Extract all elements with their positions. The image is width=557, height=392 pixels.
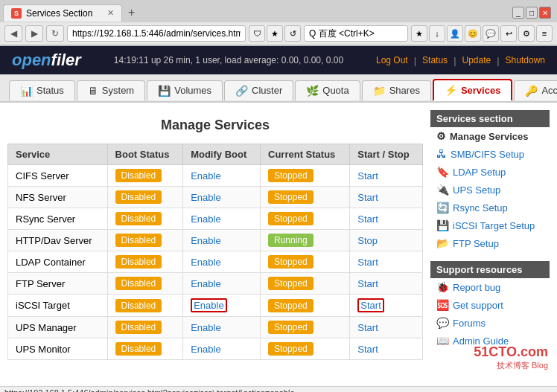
new-tab-button[interactable]: + <box>122 3 141 22</box>
refresh-button[interactable]: ↻ <box>46 25 64 42</box>
sidebar-item-rsync[interactable]: 🔄 Rsync Setup <box>430 199 550 216</box>
history-icon[interactable]: ↩ <box>500 25 517 42</box>
start-stop[interactable]: Start <box>350 187 423 208</box>
enable-link[interactable]: Enable <box>191 344 220 355</box>
start-stop[interactable]: Start <box>350 273 423 295</box>
enable-link[interactable]: Enable <box>191 278 220 289</box>
page-title: Manage Services <box>7 110 423 141</box>
tab-services[interactable]: ⚡Services <box>433 79 513 101</box>
enable-link[interactable]: Enable <box>194 300 223 311</box>
app-container: openfiler 14:19:11 up 26 min, 1 user, lo… <box>0 46 557 386</box>
download-icon[interactable]: ↓ <box>429 25 445 42</box>
start-link[interactable]: Start <box>357 344 378 355</box>
enable-link[interactable]: Enable <box>191 192 220 203</box>
sidebar-item-forums[interactable]: 💬 Forums <box>430 314 550 332</box>
sidebar-item-ftp[interactable]: 📂 FTP Setup <box>430 234 550 252</box>
bookmark-icon[interactable]: ★ <box>267 25 283 42</box>
tab-status[interactable]: 📊Status <box>9 80 75 100</box>
start-stop[interactable]: Start <box>350 295 423 317</box>
sidebar-item-get-support[interactable]: 🆘 Get support <box>430 296 550 314</box>
start-stop[interactable]: Start <box>350 251 423 273</box>
back-button[interactable]: ◀ <box>4 25 22 42</box>
logo: openfiler <box>12 51 81 70</box>
sidebar-item-ldap[interactable]: 🔖 LDAP Setup <box>430 163 550 181</box>
current-status: Stopped <box>261 317 350 338</box>
home-icon[interactable]: ★ <box>411 25 427 42</box>
table-row: RSync ServerDisabledEnableStoppedStart <box>8 208 423 230</box>
modify-boot[interactable]: Enable <box>183 317 261 338</box>
current-status: Stopped <box>261 338 350 360</box>
start-stop[interactable]: Start <box>350 317 423 338</box>
address-icons: 🛡 ★ ↺ <box>249 25 301 42</box>
enable-link[interactable]: Enable <box>191 257 220 268</box>
start-link[interactable]: Start <box>357 170 378 181</box>
start-link[interactable]: Start <box>357 192 378 203</box>
start-stop[interactable]: Start <box>350 165 423 187</box>
boot-status: Disabled <box>107 251 183 273</box>
address-bar-row: ◀ ▶ ↻ 🛡 ★ ↺ ★ ↓ 👤 😊 💬 ↩ ⚙ ≡ <box>0 22 557 45</box>
start-link[interactable]: Start <box>357 213 378 225</box>
iscsi-icon: 💾 <box>436 219 449 231</box>
start-stop[interactable]: Start <box>350 338 423 360</box>
services-table: Service Boot Status Modify Boot Current … <box>7 144 423 360</box>
col-start-stop: Start / Stop <box>350 144 423 165</box>
address-input[interactable] <box>67 25 246 42</box>
modify-boot[interactable]: Enable <box>183 251 261 273</box>
start-stop[interactable]: Stop <box>350 230 423 251</box>
start-link[interactable]: Start <box>357 322 378 333</box>
table-row: UPS MonitorDisabledEnableStoppedStart <box>8 338 423 360</box>
sidebar-label-rsync: Rsync Setup <box>453 202 508 213</box>
start-link[interactable]: Start <box>360 300 381 311</box>
modify-boot[interactable]: Enable <box>183 165 261 187</box>
tab-bar: S Services Section ✕ + _ □ ✕ <box>0 0 557 22</box>
menu-icon[interactable]: ≡ <box>536 25 553 42</box>
modify-boot[interactable]: Enable <box>183 230 261 251</box>
tab-system[interactable]: 🖥System <box>77 80 145 100</box>
start-link[interactable]: Start <box>357 278 378 289</box>
sidebar-item-report-bug[interactable]: 🐞 Report bug <box>430 278 550 296</box>
modify-boot[interactable]: Enable <box>183 295 261 317</box>
service-name: UPS Manager <box>8 317 108 338</box>
modify-boot[interactable]: Enable <box>183 187 261 208</box>
update-link[interactable]: Update <box>462 55 491 66</box>
maximize-button[interactable]: □ <box>526 7 538 19</box>
modify-boot[interactable]: Enable <box>183 338 261 360</box>
sidebar-item-iscsi[interactable]: 💾 iSCSI Target Setup <box>430 216 550 234</box>
enable-link[interactable]: Enable <box>191 322 220 333</box>
start-stop[interactable]: Start <box>350 208 423 230</box>
content-area: Manage Services Service Boot Status Modi… <box>7 110 423 376</box>
modify-boot[interactable]: Enable <box>183 273 261 295</box>
enable-link[interactable]: Enable <box>191 170 220 181</box>
close-button[interactable]: ✕ <box>539 7 551 19</box>
shutdown-link[interactable]: Shutdown <box>506 55 545 66</box>
logout-link[interactable]: Log Out <box>376 55 408 66</box>
tab-close-button[interactable]: ✕ <box>107 8 114 18</box>
status-link[interactable]: Status <box>422 55 448 66</box>
service-name: FTP Server <box>8 273 108 295</box>
forward-button[interactable]: ▶ <box>25 25 43 42</box>
watermark-site: 51CTO.com <box>474 344 548 360</box>
cluster-icon: 🔗 <box>235 85 248 97</box>
chat-icon[interactable]: 💬 <box>483 25 499 42</box>
minimize-button[interactable]: _ <box>512 7 524 19</box>
settings-icon[interactable]: ⚙ <box>518 25 535 42</box>
tab-cluster[interactable]: 🔗Cluster <box>224 80 293 100</box>
user-icon[interactable]: 👤 <box>447 25 463 42</box>
tab-volumes[interactable]: 💾Volumes <box>147 80 223 100</box>
tab-shares[interactable]: 📁Shares <box>362 80 431 100</box>
stop-link[interactable]: Stop <box>357 235 378 246</box>
face-icon[interactable]: 😊 <box>465 25 481 42</box>
browser-tab[interactable]: S Services Section ✕ <box>3 4 122 22</box>
enable-link[interactable]: Enable <box>191 213 220 225</box>
tab-quota[interactable]: 🌿Quota <box>295 80 360 100</box>
sidebar-item-smb-cifs[interactable]: 🖧 SMB/CIFS Setup <box>430 145 550 163</box>
start-link[interactable]: Start <box>357 257 378 268</box>
modify-boot[interactable]: Enable <box>183 208 261 230</box>
refresh-small-icon[interactable]: ↺ <box>284 25 301 42</box>
enable-link[interactable]: Enable <box>191 235 220 246</box>
sidebar-item-ups[interactable]: 🔌 UPS Setup <box>430 181 550 199</box>
sidebar-item-manage-services[interactable]: ⚙ Manage Services <box>430 127 550 145</box>
tab-accounts[interactable]: 🔑Accounts <box>514 80 557 100</box>
app-header: openfiler 14:19:11 up 26 min, 1 user, lo… <box>0 46 557 74</box>
search-input[interactable] <box>304 25 408 42</box>
